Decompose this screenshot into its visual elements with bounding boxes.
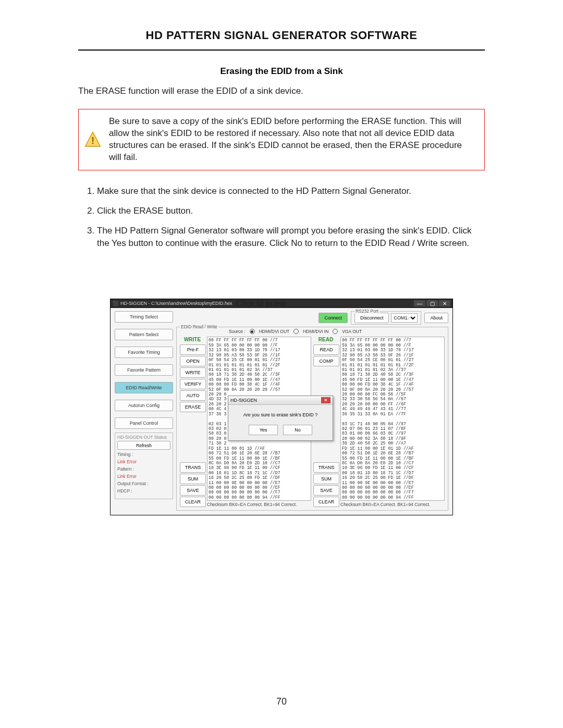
step-3: The HD Pattern Signal Generator software… — [97, 225, 485, 250]
step-1: Make sure that the sink device is connec… — [97, 185, 485, 198]
intro-text: The ERASE function will erase the EDID o… — [78, 86, 485, 96]
app-icon: ⬛ — [113, 301, 118, 306]
steps-list: Make sure that the sink device is connec… — [78, 185, 485, 249]
status-title: HD-SIGGEN OUT Status — [117, 435, 170, 440]
disconnect-button[interactable]: Disconnect — [354, 313, 389, 323]
radio-hdmi-out[interactable] — [250, 329, 255, 334]
warning-icon: ! — [84, 131, 102, 149]
about-button[interactable]: About — [424, 313, 448, 323]
source-row: Source : HDMI/DVI OUT HDMI/DVI IN VGA OU… — [229, 329, 362, 334]
read-sum-button[interactable]: SUM — [313, 474, 339, 484]
warning-box: ! Be sure to save a copy of the sink's E… — [78, 109, 485, 170]
app-window: ⬛ HD-SIGGEN - C:\Users\andrew\Desktop\my… — [110, 299, 453, 515]
read-comp-button[interactable]: COMP — [313, 356, 339, 366]
status-link-error-1: Link Error — [117, 459, 170, 464]
header-underline — [78, 50, 485, 51]
write-button-column: WRITE Pre-F OPEN WRITE VERIFY AUTO ERASE… — [180, 337, 205, 507]
write-clear-button[interactable]: CLEAR — [180, 497, 206, 507]
sidebar-favorite-timing[interactable]: Favorite Timing — [115, 347, 173, 358]
sidebar-panel-control[interactable]: Panel Control — [115, 417, 173, 429]
dialog-titlebar: HD-SIGGEN ✕ — [228, 396, 333, 405]
confirm-dialog: HD-SIGGEN ✕ Are you sure to erase sink's… — [228, 396, 333, 441]
read-save-button[interactable]: SAVE — [313, 485, 339, 496]
minimize-button[interactable]: — — [414, 300, 425, 306]
connect-button[interactable]: Connect — [319, 313, 348, 323]
write-checksum: Checksum BK0=EA Correct. BK1=94 Correct. — [207, 502, 311, 507]
dialog-yes-button[interactable]: Yes — [249, 425, 278, 435]
status-pattern: Pattern : — [117, 466, 170, 472]
write-label: WRITE — [180, 337, 205, 342]
sidebar-timing-select[interactable]: Timing Select — [115, 311, 173, 323]
read-checksum: Checksum BK0=EA Correct. BK1=94 Correct. — [340, 502, 445, 507]
dialog-title: HD-SIGGEN — [230, 398, 257, 403]
page-number: 70 — [0, 696, 563, 707]
warning-text: Be sure to save a copy of the sink's EDI… — [109, 116, 475, 164]
write-erase-button[interactable]: ERASE — [180, 402, 206, 412]
write-save-button[interactable]: SAVE — [180, 485, 206, 496]
write-sum-button[interactable]: SUM — [180, 474, 206, 484]
dialog-no-button[interactable]: No — [283, 425, 312, 435]
sidebar-autorun-config[interactable]: Autorun Config — [115, 400, 173, 411]
status-link-error-2: Link Error — [117, 474, 170, 479]
refresh-button[interactable]: Refresh — [117, 441, 170, 450]
step-2: Click the ERASE button. — [97, 205, 485, 217]
svg-text:!: ! — [91, 135, 94, 146]
status-panel: HD-SIGGEN OUT Status Refresh Timing : Li… — [115, 433, 173, 499]
page-header: HD PATTERN SIGNAL GENERATOR SOFTWARE — [78, 29, 485, 42]
section-title: Erasing the EDID from a Sink — [78, 66, 485, 77]
write-write-button[interactable]: WRITE — [180, 367, 206, 378]
read-clear-button[interactable]: CLEAR — [313, 497, 339, 507]
status-timing: Timing : — [117, 452, 170, 457]
status-output: Output Format : — [117, 481, 170, 486]
sidebar: Timing Select Pattern Select Favorite Ti… — [115, 311, 173, 511]
dialog-close-button[interactable]: ✕ — [321, 397, 331, 403]
sidebar-pattern-select[interactable]: Pattern Select — [115, 329, 173, 340]
write-pre-f-button[interactable]: Pre-F — [180, 344, 206, 355]
write-auto-button[interactable]: AUTO — [180, 390, 206, 401]
callout: Click to erasethe sink's EDID ⬛ HD-SIGGE… — [78, 299, 485, 515]
com-port-select[interactable]: COM1: — [391, 313, 418, 323]
write-open-button[interactable]: OPEN — [180, 356, 206, 366]
radio-vga-out[interactable] — [333, 329, 338, 334]
status-hdcp: HDCP : — [117, 488, 170, 493]
dialog-message: Are you sure to erase sink's EDID ? — [232, 412, 328, 417]
read-trans-button[interactable]: TRANS — [313, 462, 339, 473]
write-verify-button[interactable]: VERIFY — [180, 379, 206, 389]
read-label: READ — [313, 337, 338, 342]
read-read-button[interactable]: READ — [313, 344, 339, 355]
read-hex-area[interactable]: 00 FF FF FF FF FF FF 00 //7 59 3A 65 00 … — [340, 337, 445, 501]
sidebar-edid-readwrite[interactable]: EDID Read/Write — [115, 382, 173, 393]
radio-hdmi-in[interactable] — [293, 329, 299, 334]
sidebar-favorite-pattern[interactable]: Favorite Pattern — [115, 364, 173, 376]
write-trans-button[interactable]: TRANS — [180, 462, 206, 473]
close-button[interactable]: ✕ — [439, 300, 450, 306]
maximize-button[interactable]: ▢ — [426, 300, 438, 306]
rs232-group: RS232 Port Disconnect COM1: — [351, 311, 422, 325]
